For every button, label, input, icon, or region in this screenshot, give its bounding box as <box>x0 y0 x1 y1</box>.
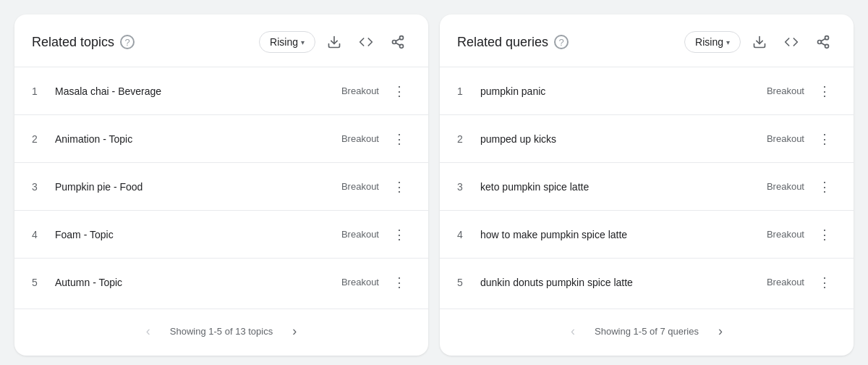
left-next-arrow-icon[interactable]: › <box>284 321 305 341</box>
item-name: Pumpkin pie - Food <box>55 181 341 193</box>
cards-container: Related topics ? Rising ▾ <box>14 14 854 356</box>
item-name: Masala chai - Beverage <box>55 85 341 97</box>
left-embed-icon[interactable] <box>353 29 379 55</box>
item-number: 3 <box>32 181 49 193</box>
table-row: 4 how to make pumpkin spice latte Breako… <box>440 210 854 258</box>
right-card-title: Related queries ? <box>457 35 684 50</box>
svg-line-4 <box>396 43 400 45</box>
right-help-icon[interactable]: ? <box>554 35 569 49</box>
item-badge: Breakout <box>767 229 804 240</box>
related-queries-card: Related queries ? Rising ▾ <box>440 14 854 356</box>
item-name: Foam - Topic <box>55 229 341 240</box>
right-header-actions: Rising ▾ <box>684 29 836 55</box>
item-badge: Breakout <box>767 133 804 144</box>
item-number: 5 <box>457 277 475 288</box>
item-badge: Breakout <box>341 229 379 240</box>
right-card-footer: ‹ Showing 1-5 of 7 queries › <box>440 309 854 344</box>
more-options-icon[interactable]: ⋮ <box>813 223 836 246</box>
svg-line-5 <box>396 38 400 41</box>
item-number: 4 <box>32 229 49 240</box>
more-options-icon[interactable]: ⋮ <box>388 175 411 198</box>
item-number: 1 <box>457 85 475 97</box>
more-options-icon[interactable]: ⋮ <box>813 175 836 198</box>
right-items-list: 1 pumpkin panic Breakout ⋮ 2 pumped up k… <box>440 67 854 306</box>
more-options-icon[interactable]: ⋮ <box>388 80 411 103</box>
related-topics-card: Related topics ? Rising ▾ <box>14 14 428 356</box>
svg-line-11 <box>821 38 825 41</box>
item-badge: Breakout <box>767 181 804 192</box>
item-number: 3 <box>457 181 475 193</box>
more-options-icon[interactable]: ⋮ <box>388 127 411 151</box>
table-row: 1 Masala chai - Beverage Breakout ⋮ <box>14 67 428 114</box>
left-rising-dropdown[interactable]: Rising ▾ <box>259 31 315 53</box>
item-name: how to make pumpkin spice latte <box>480 229 767 240</box>
right-title-text: Related queries <box>457 35 548 50</box>
item-name: dunkin donuts pumpkin spice latte <box>480 277 767 288</box>
table-row: 3 Pumpkin pie - Food Breakout ⋮ <box>14 162 428 210</box>
item-name: pumpkin panic <box>480 85 767 97</box>
right-dropdown-arrow-icon: ▾ <box>726 38 730 46</box>
left-footer-text: Showing 1-5 of 13 topics <box>170 326 273 337</box>
item-badge: Breakout <box>341 133 379 144</box>
item-name: Autumn - Topic <box>55 277 341 288</box>
right-dropdown-label: Rising <box>695 36 723 48</box>
table-row: 2 pumped up kicks Breakout ⋮ <box>440 114 854 162</box>
left-share-icon[interactable] <box>385 29 411 55</box>
left-header-actions: Rising ▾ <box>259 29 411 55</box>
left-prev-arrow-icon[interactable]: ‹ <box>138 321 158 341</box>
table-row: 3 keto pumpkin spice latte Breakout ⋮ <box>440 162 854 210</box>
right-footer-text: Showing 1-5 of 7 queries <box>595 326 699 337</box>
more-options-icon[interactable]: ⋮ <box>388 271 411 294</box>
right-download-icon[interactable] <box>746 29 773 55</box>
item-number: 2 <box>32 133 49 145</box>
table-row: 5 Autumn - Topic Breakout ⋮ <box>14 258 428 306</box>
item-badge: Breakout <box>341 277 379 288</box>
more-options-icon[interactable]: ⋮ <box>813 80 836 103</box>
item-name: pumped up kicks <box>480 133 767 145</box>
table-row: 5 dunkin donuts pumpkin spice latte Brea… <box>440 258 854 306</box>
table-row: 1 pumpkin panic Breakout ⋮ <box>440 67 854 114</box>
item-badge: Breakout <box>341 85 379 96</box>
right-prev-arrow-icon[interactable]: ‹ <box>563 321 583 341</box>
item-badge: Breakout <box>767 85 804 96</box>
item-name: keto pumpkin spice latte <box>480 181 767 193</box>
left-download-icon[interactable] <box>321 29 347 55</box>
svg-line-10 <box>821 43 825 45</box>
item-number: 1 <box>32 85 49 97</box>
table-row: 4 Foam - Topic Breakout ⋮ <box>14 210 428 258</box>
left-dropdown-label: Rising <box>270 36 298 48</box>
left-card-footer: ‹ Showing 1-5 of 13 topics › <box>14 309 428 344</box>
item-number: 4 <box>457 229 475 240</box>
left-help-icon[interactable]: ? <box>120 35 135 49</box>
item-number: 2 <box>457 133 475 145</box>
left-card-header: Related topics ? Rising ▾ <box>14 14 428 67</box>
left-dropdown-arrow-icon: ▾ <box>301 38 305 46</box>
right-next-arrow-icon[interactable]: › <box>710 321 731 341</box>
right-embed-icon[interactable] <box>778 29 804 55</box>
item-name: Animation - Topic <box>55 133 341 145</box>
more-options-icon[interactable]: ⋮ <box>388 223 411 246</box>
item-badge: Breakout <box>767 277 804 288</box>
right-share-icon[interactable] <box>810 29 836 55</box>
left-items-list: 1 Masala chai - Beverage Breakout ⋮ 2 An… <box>14 67 428 306</box>
more-options-icon[interactable]: ⋮ <box>813 271 836 294</box>
left-title-text: Related topics <box>32 35 114 50</box>
right-card-header: Related queries ? Rising ▾ <box>440 14 854 67</box>
left-card-title: Related topics ? <box>32 35 259 50</box>
item-number: 5 <box>32 277 49 288</box>
item-badge: Breakout <box>341 181 379 192</box>
more-options-icon[interactable]: ⋮ <box>813 127 836 151</box>
right-rising-dropdown[interactable]: Rising ▾ <box>684 31 741 53</box>
table-row: 2 Animation - Topic Breakout ⋮ <box>14 114 428 162</box>
